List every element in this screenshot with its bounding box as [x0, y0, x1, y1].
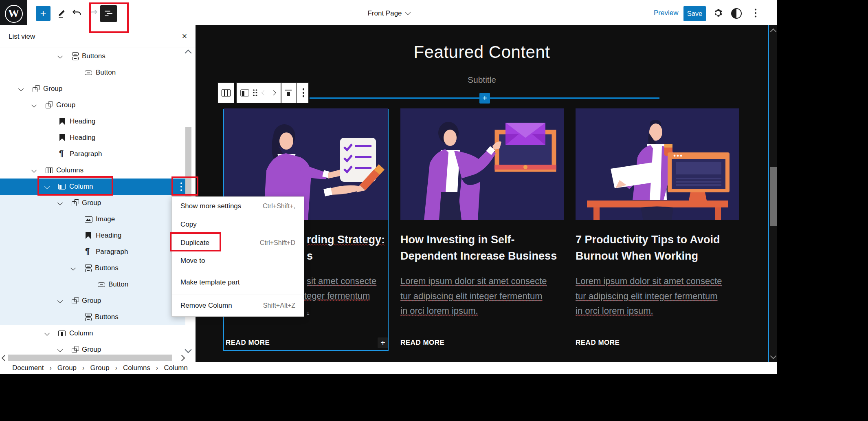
list-item-button[interactable]: Button	[0, 64, 185, 81]
breadcrumb-group[interactable]: Group	[90, 364, 109, 372]
columns-block-parent-button[interactable]	[218, 82, 234, 103]
group-icon	[44, 100, 54, 110]
column-block-icon[interactable]	[240, 88, 250, 98]
chevron-down-icon[interactable]	[31, 102, 37, 108]
chevron-down-icon[interactable]	[57, 347, 63, 352]
save-button[interactable]: Save	[683, 6, 706, 21]
list-item-button[interactable]: Button	[0, 276, 185, 293]
list-item-buttons[interactable]: Buttons	[0, 309, 185, 325]
card2-title[interactable]: How Investing in Self- Dependent Increas…	[400, 231, 564, 264]
card2-illustration-presentation-screen[interactable]	[400, 108, 564, 220]
card1-body-line2[interactable]: teger fermentum	[304, 289, 370, 304]
drag-handle[interactable]	[250, 88, 259, 98]
chevron-down-icon[interactable]	[57, 200, 63, 205]
breadcrumb-group[interactable]: Group	[57, 364, 77, 372]
undo-button[interactable]	[70, 7, 83, 20]
chevron-down-icon[interactable]	[57, 53, 63, 59]
list-item-group[interactable]: Group	[0, 97, 185, 113]
card3-illustration-desk-worker[interactable]	[576, 108, 739, 220]
menu-item-remove-column[interactable]: Remove Column Shift+Alt+Z	[172, 295, 304, 316]
vertical-scrollbar-thumb[interactable]	[185, 127, 191, 205]
scroll-up-icon[interactable]	[185, 50, 192, 57]
buttons-icon	[84, 263, 93, 273]
move-right-button[interactable]	[269, 88, 278, 98]
list-item-image[interactable]: Image	[0, 211, 185, 227]
card1-body-line1[interactable]: sit amet consecte	[307, 274, 376, 289]
card1-title-line1[interactable]: rding Strategy:	[307, 231, 385, 248]
chevron-down-icon[interactable]	[18, 86, 24, 91]
chevron-right-icon	[271, 90, 276, 95]
canvas-scrollbar[interactable]	[768, 25, 777, 362]
list-item-buttons[interactable]: Buttons	[0, 48, 185, 64]
move-left-button[interactable]	[259, 88, 268, 98]
featured-content-heading[interactable]: Featured Content	[196, 42, 768, 62]
scroll-right-icon[interactable]	[179, 355, 185, 361]
button-icon	[97, 280, 106, 289]
list-item-paragraph[interactable]: Paragraph	[0, 244, 185, 260]
card2-body[interactable]: Lorem ipsum dolor sit amet consecte tur …	[400, 274, 564, 319]
chevron-down-icon[interactable]	[31, 168, 37, 173]
breadcrumb-column-current: Column	[164, 364, 188, 372]
list-item-heading[interactable]: Heading	[0, 130, 185, 146]
chevron-down-icon[interactable]	[44, 331, 50, 336]
breadcrumb-separator: ›	[156, 364, 158, 372]
breadcrumb-separator: ›	[49, 364, 51, 372]
horizontal-scrollbar[interactable]	[0, 354, 196, 362]
scroll-up-icon[interactable]	[770, 29, 777, 35]
card3-body[interactable]: Lorem ipsum dolor sit amet consecte tur …	[576, 274, 739, 319]
chevron-down-icon[interactable]	[70, 265, 76, 271]
styles-button[interactable]	[730, 7, 743, 20]
scroll-down-icon[interactable]	[185, 346, 192, 353]
breadcrumb-separator: ›	[115, 364, 117, 372]
settings-button[interactable]	[712, 7, 724, 19]
block-options-button[interactable]	[299, 88, 308, 98]
list-item-heading[interactable]: Heading	[0, 227, 185, 244]
wordpress-menu-button[interactable]: W	[0, 0, 27, 27]
list-item-group[interactable]: Group	[0, 293, 185, 309]
list-item-column-selected[interactable]: Column	[0, 179, 185, 195]
block-inserter-button[interactable]: +	[36, 6, 51, 21]
block-insertion-add-button[interactable]: +	[479, 93, 490, 104]
menu-item-duplicate[interactable]: Duplicate Ctrl+Shift+D	[172, 234, 304, 252]
list-item-column[interactable]: Column	[0, 325, 185, 342]
close-icon[interactable]: ×	[178, 30, 191, 42]
list-view-toggle-button[interactable]	[100, 5, 117, 22]
list-view-header: List view ×	[0, 25, 196, 48]
menu-item-copy[interactable]: Copy	[172, 215, 304, 234]
card3-read-more-link[interactable]: READ MORE	[576, 339, 620, 347]
options-menu-button[interactable]	[749, 7, 762, 19]
list-item-buttons[interactable]: Buttons	[0, 260, 185, 276]
redo-button[interactable]	[86, 7, 99, 20]
list-item-paragraph[interactable]: Paragraph	[0, 146, 185, 162]
menu-item-make-template-part[interactable]: Make template part	[172, 270, 304, 295]
block-options-kebab-icon[interactable]	[180, 186, 182, 187]
breadcrumb-columns[interactable]: Columns	[123, 364, 150, 372]
preview-button[interactable]: Preview	[654, 9, 678, 17]
menu-item-move-to[interactable]: Move to	[172, 252, 304, 270]
card2-read-more-link[interactable]: READ MORE	[400, 339, 444, 347]
card1-title-line2[interactable]: s	[307, 248, 313, 264]
card3-title[interactable]: 7 Productivity Tips to Avoid Burnout Whe…	[576, 231, 739, 264]
editor-topbar: + Front Page	[0, 0, 777, 26]
card1-read-more-link[interactable]: READ MORE	[226, 339, 270, 347]
canvas-scrollbar-thumb[interactable]	[770, 167, 777, 226]
block-appender-plus-button[interactable]: +	[378, 337, 388, 348]
card1-body-line3[interactable]: .	[307, 303, 309, 318]
chevron-down-icon[interactable]	[57, 298, 63, 303]
contrast-icon	[731, 8, 742, 19]
scroll-left-icon[interactable]	[2, 355, 8, 361]
image-icon	[84, 214, 93, 224]
menu-item-show-more-settings[interactable]: Show more settings Ctrl+Shift+,	[172, 197, 304, 215]
breadcrumb-document[interactable]: Document	[12, 364, 44, 372]
list-item-group[interactable]: Group	[0, 195, 185, 211]
vertical-align-button[interactable]	[284, 88, 293, 98]
tools-pencil-button[interactable]	[55, 7, 68, 20]
list-item-columns[interactable]: Columns	[0, 162, 185, 179]
scroll-down-icon[interactable]	[770, 353, 777, 359]
horizontal-scrollbar-thumb[interactable]	[8, 355, 172, 361]
document-title-switcher[interactable]: Front Page	[348, 7, 429, 20]
list-item-heading[interactable]: Heading	[0, 113, 185, 130]
paragraph-icon	[84, 247, 93, 257]
list-item-group[interactable]: Group	[0, 81, 185, 97]
chevron-down-icon[interactable]	[44, 184, 50, 189]
